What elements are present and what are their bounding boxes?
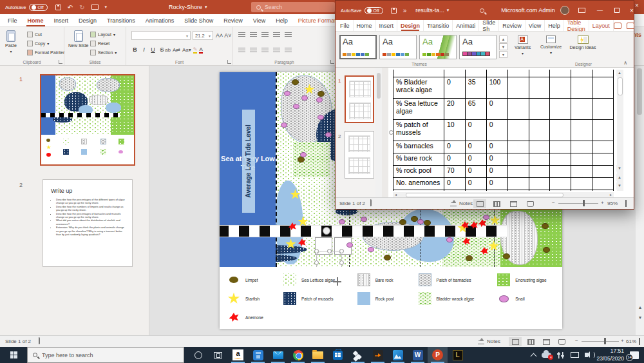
previous-slide-button[interactable]: ▲	[616, 174, 623, 181]
results-slide2-thumbnail[interactable]	[345, 131, 374, 179]
table-cell[interactable]	[592, 77, 614, 99]
normal-view-button[interactable]	[509, 337, 522, 346]
legend-item-mussels[interactable]: Patch of mussels	[283, 292, 355, 305]
save-icon[interactable]	[391, 8, 397, 14]
table-cell[interactable]	[529, 77, 550, 99]
collapse-ribbon-icon[interactable]: ∧	[623, 60, 627, 66]
tab-view[interactable]: View	[526, 20, 545, 31]
row-label[interactable]: % rock pool	[393, 166, 444, 178]
font-name-select[interactable]: ▾	[131, 31, 191, 40]
accessibility-icon[interactable]	[370, 199, 372, 206]
tab-slide-show[interactable]: Slide Show	[179, 14, 218, 26]
align-center-icon[interactable]	[250, 48, 257, 54]
taskbar-app-powerpoint[interactable]: P	[428, 347, 448, 363]
tab-animations[interactable]: Animations	[140, 14, 180, 26]
table-row[interactable]	[393, 190, 614, 191]
row-label[interactable]: % Sea lettuce algae	[393, 99, 444, 120]
zoom-slider-thumb[interactable]	[604, 338, 606, 344]
table-row[interactable]: % Bladder wrack algae035100	[393, 77, 614, 99]
table-cell[interactable]	[529, 190, 550, 191]
onedrive-error-icon[interactable]	[542, 353, 551, 358]
action-center-icon[interactable]: 14	[630, 351, 639, 359]
font-size-select[interactable]: 21.2▾	[193, 31, 213, 40]
save-icon[interactable]	[55, 5, 61, 10]
table-cell[interactable]: 0	[486, 166, 507, 178]
theme-card-office[interactable]: Aa	[339, 35, 377, 59]
layout-button[interactable]: Layout ▾	[90, 32, 115, 37]
table-cell[interactable]: 10	[444, 120, 465, 141]
section-button[interactable]: Section ▾	[90, 50, 117, 55]
undo-icon[interactable]: ↶	[68, 4, 73, 11]
taskbar-app-file-explorer[interactable]	[308, 347, 328, 363]
table-cell[interactable]: 0	[465, 153, 486, 166]
table-cell[interactable]	[550, 77, 571, 99]
results-table[interactable]: % Bladder wrack algae035100% Sea lettuce…	[393, 70, 614, 191]
tab-transitions[interactable]: Transitions	[102, 14, 140, 26]
table-cell[interactable]	[507, 141, 529, 153]
row-label[interactable]: % barnacles	[393, 141, 444, 153]
table-cell[interactable]	[529, 166, 550, 178]
tab-insert[interactable]: Insert	[49, 14, 74, 26]
table-cell[interactable]	[571, 190, 592, 191]
qat-overflow-icon[interactable]: »	[403, 7, 407, 14]
reading-view-button[interactable]	[540, 337, 553, 346]
table-v-scrollbar[interactable]: ▲ ▼ ▲ ▼	[617, 70, 623, 191]
increase-indent-icon[interactable]	[273, 32, 280, 38]
table-cell[interactable]	[571, 70, 592, 77]
slide-sorter-view-button[interactable]	[490, 199, 503, 208]
table-cell[interactable]	[444, 190, 465, 191]
notes-button[interactable]: Notes	[478, 338, 500, 344]
table-cell[interactable]	[507, 99, 529, 120]
tab-review[interactable]: Review	[218, 14, 248, 26]
bullets-icon[interactable]	[238, 32, 245, 38]
notes-button[interactable]: Notes	[450, 201, 473, 206]
fit-slide-button[interactable]	[639, 338, 640, 345]
slideshow-view-button[interactable]	[555, 337, 568, 346]
table-row[interactable]: % barnacles000	[393, 141, 614, 153]
table-cell[interactable]	[550, 190, 571, 191]
row-label[interactable]	[393, 190, 444, 191]
tab-design[interactable]: Design	[73, 14, 102, 26]
table-cell[interactable]: 0	[486, 153, 507, 166]
zoom-in-button[interactable]: +	[621, 338, 624, 344]
table-cell[interactable]	[465, 190, 486, 191]
taskbar-search-box[interactable]	[27, 347, 184, 363]
reading-view-button[interactable]	[507, 199, 520, 208]
table-cell[interactable]: 20	[444, 99, 465, 120]
themes-scroll-down[interactable]: ▼	[499, 43, 507, 50]
comments-icon[interactable]	[627, 23, 634, 29]
start-slideshow-icon[interactable]	[91, 5, 99, 10]
table-row[interactable]: % bare rock000	[393, 153, 614, 166]
strikethrough-icon[interactable]: ab	[165, 47, 171, 53]
legend-item-anemone[interactable]: Anemone	[227, 311, 281, 324]
decrease-indent-icon[interactable]	[261, 32, 269, 38]
table-cell[interactable]	[507, 120, 529, 141]
tab-layout[interactable]: Layout	[589, 20, 614, 31]
table-cell[interactable]	[550, 141, 571, 153]
table-row[interactable]	[393, 70, 614, 77]
tab-home[interactable]: Home	[23, 14, 49, 26]
theme-card[interactable]: Aa	[459, 35, 497, 59]
slide-sorter-view-button[interactable]	[524, 337, 537, 346]
start-button[interactable]	[0, 347, 27, 363]
legend-item-bladder-wrack[interactable]: Bladder wrack algae	[419, 292, 495, 305]
table-cell[interactable]	[486, 70, 507, 77]
legend-item-encrusting[interactable]: Encrusting algae	[497, 273, 558, 286]
legend-item-starfish[interactable]: Starfish	[227, 292, 281, 305]
row-label[interactable]	[393, 70, 444, 77]
table-cell[interactable]	[571, 99, 592, 120]
table-cell[interactable]: 65	[465, 99, 486, 120]
table-cell[interactable]: 0	[465, 141, 486, 153]
tab-animati[interactable]: Animati	[453, 20, 479, 31]
search-icon[interactable]	[480, 8, 484, 13]
table-cell[interactable]	[507, 77, 529, 99]
tab-home[interactable]: Home	[354, 20, 376, 31]
taskbar-search-input[interactable]	[42, 352, 151, 358]
tab-slide-sh[interactable]: Slide Sh	[479, 20, 499, 31]
redo-icon[interactable]: ↻	[79, 4, 84, 11]
table-cell[interactable]	[529, 99, 550, 120]
taskbar-app-league-app[interactable]: L	[448, 347, 468, 363]
table-cell[interactable]	[486, 190, 507, 191]
legend-item-barnacles[interactable]: Patch of barnacles	[419, 273, 495, 286]
table-cell[interactable]: 0	[444, 141, 465, 153]
